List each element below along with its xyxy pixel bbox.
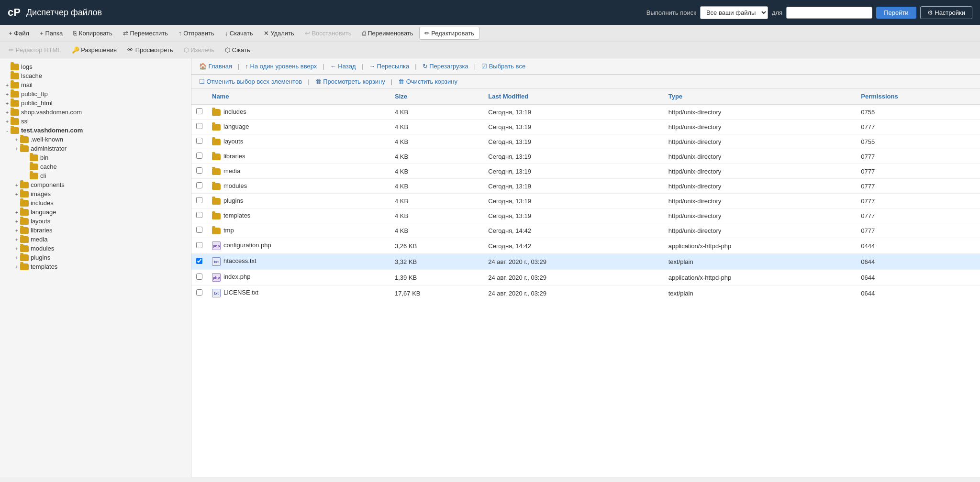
- select-all-btn[interactable]: ☑ Выбрать все: [479, 61, 528, 71]
- file-name-link[interactable]: tmp: [223, 227, 234, 234]
- permissions-btn[interactable]: 🔑 Разрешения: [67, 44, 122, 56]
- row-checkbox[interactable]: [196, 197, 202, 203]
- delete-btn[interactable]: ✕ Удалить: [259, 27, 299, 39]
- sidebar-item-logs[interactable]: logs: [0, 62, 191, 71]
- sidebar-item-layouts[interactable]: + layouts: [0, 217, 191, 226]
- empty-trash-btn[interactable]: 🗑 Очистить корзину: [395, 77, 460, 87]
- file-name-link[interactable]: LICENSE.txt: [223, 289, 258, 296]
- new-folder-btn[interactable]: + Папка: [35, 27, 67, 39]
- sidebar-item-images[interactable]: + images: [0, 189, 191, 198]
- row-checkbox[interactable]: [196, 274, 202, 280]
- row-checkbox[interactable]: [196, 212, 202, 218]
- row-checkbox[interactable]: [196, 123, 202, 129]
- sidebar-item-shop[interactable]: + shop.vashdomen.com: [0, 108, 191, 117]
- file-name-link[interactable]: includes: [223, 108, 246, 115]
- table-row[interactable]: phpconfiguration.php3,26 KBСегодня, 14:4…: [191, 238, 980, 254]
- file-name-link[interactable]: modules: [223, 182, 247, 189]
- row-checkbox[interactable]: [196, 108, 202, 114]
- sidebar-item-test[interactable]: - test.vashdomen.com: [0, 126, 191, 135]
- sidebar-item-cache[interactable]: cache: [0, 162, 191, 171]
- sidebar-item-public_html[interactable]: + public_html: [0, 99, 191, 108]
- table-row[interactable]: plugins4 KBСегодня, 13:19httpd/unix-dire…: [191, 194, 980, 208]
- sidebar-item-mail[interactable]: + mail: [0, 80, 191, 89]
- table-row[interactable]: includes4 KBСегодня, 13:19httpd/unix-dir…: [191, 104, 980, 120]
- table-row[interactable]: layouts4 KBСегодня, 13:19httpd/unix-dire…: [191, 134, 980, 149]
- file-name-link[interactable]: language: [223, 123, 249, 130]
- file-name-link[interactable]: templates: [223, 212, 250, 219]
- table-row[interactable]: txthtaccess.txt3,32 KB24 авг. 2020 г., 0…: [191, 254, 980, 270]
- edit-btn[interactable]: ✏ Редактировать: [419, 27, 479, 40]
- row-checkbox[interactable]: [196, 289, 202, 296]
- back-btn[interactable]: ← Назад: [327, 61, 359, 71]
- up-btn[interactable]: ↑ На один уровень вверх: [242, 61, 320, 71]
- row-checkbox[interactable]: [196, 138, 202, 144]
- table-row[interactable]: templates4 KBСегодня, 13:19httpd/unix-di…: [191, 208, 980, 223]
- sidebar-item-components[interactable]: + components: [0, 180, 191, 189]
- upload-btn[interactable]: ↑ Отправить: [174, 27, 219, 39]
- table-row[interactable]: media4 KBСегодня, 13:19httpd/unix-direct…: [191, 164, 980, 179]
- sidebar-item-public_ftp[interactable]: + public_ftp: [0, 89, 191, 99]
- file-name-link[interactable]: index.php: [223, 273, 250, 280]
- file-name-link[interactable]: libraries: [223, 153, 245, 160]
- col-modified[interactable]: Last Modified: [483, 89, 663, 104]
- table-row[interactable]: libraries4 KBСегодня, 13:19httpd/unix-di…: [191, 149, 980, 164]
- home-btn[interactable]: 🏠 Главная: [196, 61, 235, 71]
- sidebar-item-media[interactable]: + media: [0, 235, 191, 244]
- download-btn[interactable]: ↓ Скачать: [220, 27, 258, 39]
- rename-btn[interactable]: ⎙ Переименовать: [357, 27, 418, 39]
- col-size[interactable]: Size: [390, 89, 483, 104]
- search-scope-select[interactable]: Все ваши файлы: [700, 6, 768, 19]
- search-input[interactable]: [786, 7, 872, 19]
- sidebar-item-ssl[interactable]: + ssl: [0, 117, 191, 126]
- table-row[interactable]: modules4 KBСегодня, 13:19httpd/unix-dire…: [191, 179, 980, 194]
- view-btn[interactable]: 👁 Просмотреть: [122, 44, 178, 56]
- col-name[interactable]: Name: [207, 89, 390, 104]
- row-checkbox[interactable]: [196, 227, 202, 233]
- table-row[interactable]: phpindex.php1,39 KB24 авг. 2020 г., 03:2…: [191, 270, 980, 285]
- sidebar-item-administrator[interactable]: + administrator: [0, 144, 191, 153]
- sidebar-item-cli[interactable]: cli: [0, 171, 191, 180]
- table-row[interactable]: txtLICENSE.txt17,67 KB24 авг. 2020 г., 0…: [191, 285, 980, 301]
- file-name-link[interactable]: layouts: [223, 138, 243, 145]
- copy-btn[interactable]: ⎘ Копировать: [68, 27, 117, 39]
- sidebar-item-well-known[interactable]: + .well-known: [0, 135, 191, 144]
- row-checkbox[interactable]: [196, 153, 202, 159]
- settings-button[interactable]: ⚙ Настройки: [920, 6, 972, 19]
- folder-icon: [30, 154, 38, 161]
- file-name-link[interactable]: media: [223, 167, 240, 175]
- table-row[interactable]: tmp4 KBСегодня, 14:42httpd/unix-director…: [191, 223, 980, 238]
- sidebar-item-lscache[interactable]: lscache: [0, 71, 191, 80]
- file-type: httpd/unix-directory: [664, 164, 857, 179]
- sidebar-item-bin[interactable]: bin: [0, 153, 191, 162]
- row-checkbox[interactable]: [196, 167, 202, 174]
- col-permissions[interactable]: Permissions: [856, 89, 980, 104]
- reload-btn[interactable]: ↻ Перезагрузка: [420, 61, 471, 71]
- go-button[interactable]: Перейти: [876, 7, 916, 19]
- sidebar-item-modules[interactable]: + modules: [0, 244, 191, 253]
- sidebar-item-plugins[interactable]: + plugins: [0, 253, 191, 262]
- html-editor-btn[interactable]: ✏ Редактор HTML: [4, 44, 66, 56]
- table-row[interactable]: language4 KBСегодня, 13:19httpd/unix-dir…: [191, 120, 980, 134]
- col-type[interactable]: Type: [664, 89, 857, 104]
- sidebar-item-templates[interactable]: + templates: [0, 262, 191, 271]
- sidebar-item-includes[interactable]: includes: [0, 198, 191, 208]
- compress-btn[interactable]: ⬡ Сжать: [220, 44, 255, 56]
- restore-btn[interactable]: ↩ Восстановить: [300, 27, 356, 39]
- sidebar-item-language[interactable]: + language: [0, 208, 191, 217]
- deselect-btn[interactable]: ☐ Отменить выбор всех элементов: [196, 77, 305, 87]
- forward-btn[interactable]: → Пересылка: [366, 61, 412, 71]
- file-name-link[interactable]: configuration.php: [223, 241, 271, 249]
- sidebar-item-libraries[interactable]: + libraries: [0, 226, 191, 235]
- file-name-link[interactable]: plugins: [223, 197, 243, 204]
- file-modified: Сегодня, 13:19: [483, 149, 663, 164]
- folder-icon: [212, 198, 221, 205]
- new-file-btn[interactable]: + Файл: [4, 27, 34, 39]
- row-checkbox[interactable]: [196, 242, 202, 248]
- file-name-link[interactable]: htaccess.txt: [223, 257, 256, 264]
- view-trash-btn[interactable]: 🗑 Просмотреть корзину: [312, 77, 388, 87]
- extract-btn[interactable]: ⬡ Извлечь: [179, 44, 219, 56]
- move-btn[interactable]: ⇄ Переместить: [118, 27, 173, 39]
- folder-icon: [20, 136, 29, 143]
- row-checkbox[interactable]: [196, 258, 202, 264]
- row-checkbox[interactable]: [196, 182, 202, 188]
